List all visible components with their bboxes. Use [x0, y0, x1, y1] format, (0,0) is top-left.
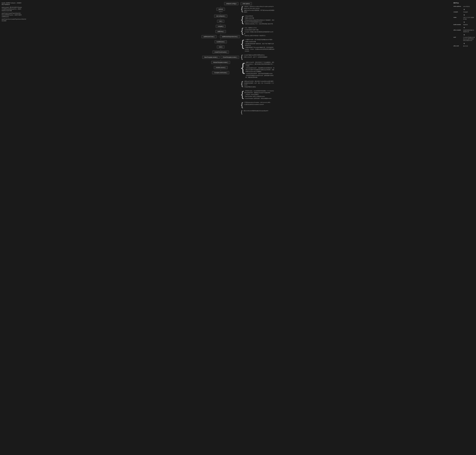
event-build-module: build-module 构建模块	[453, 24, 475, 25]
event-build-module-label: build-module	[453, 24, 463, 25]
desc-new-webpack-list: webpack初始化 构建compiler对象 WebpackOptionsAp…	[244, 15, 275, 25]
center-flowchart: webpack.config.js shell options ↓ optimi…	[24, 0, 452, 455]
event-entry-options-desc: option初始化	[463, 6, 470, 7]
add-module-deps-node: addModuleDependencies( )	[220, 35, 240, 38]
desc-nw-2: 构建compiler对象	[244, 17, 275, 19]
desc-module-template: { 不同的dependencyTemplates，如CommonJs,AMD..…	[241, 102, 275, 108]
desc-nw-3: WebpackOptionsApply首先会初始化几个基础插件，然后将optio…	[244, 19, 275, 23]
desc-build-module-list: 解析入口js文件，通过对应的工厂方法创建模块，保存到compilation上（通…	[245, 61, 275, 79]
desc-cc-2: MainTemplate: 处理入口模块的module	[244, 96, 275, 97]
event-compile-label: compile	[453, 11, 463, 13]
desc-run-list: run()：编译的入口方法 compiler具体分为两个对象 Compiler:…	[244, 27, 275, 37]
event-after-compile-label: after-compile	[453, 29, 463, 31]
arrow-after-templates: ↓	[220, 59, 221, 61]
desc-compile: { run触发compile，接下来就是开始构建options中模块 构建com…	[241, 39, 275, 52]
desc-build-module: { 解析入口js文件，通过对应的工厂方法创建模块，保存到compilation上…	[241, 61, 275, 79]
desc-run-1: run()：编译的入口方法	[244, 27, 275, 29]
arrow-entry-options: ▼	[453, 8, 475, 11]
shell-options-node: shell options	[241, 2, 252, 5]
desc-run: { run()：编译的入口方法 compiler具体分为两个对象 Compile…	[241, 27, 275, 37]
arrow-after-build-module: ↓	[220, 43, 221, 45]
desc-cc-1: 所有的module，chunk仍然保存的是通过一个个require()整合起来的…	[244, 90, 275, 95]
create-chunk-assets-node: createChunkAssets( )	[212, 51, 229, 54]
event-emit: emit Compiler开始输出生成的assets,插件有最后的机会修改ass…	[453, 37, 475, 41]
desc-compile-1: run触发compile，接下来就是开始构建options中模块	[245, 39, 275, 41]
compile-node: compile( )	[216, 25, 225, 28]
desc-seal-list: 调用seal方法封装，逐次对每个module和chunk进行整理，生成编译后的源…	[244, 81, 275, 88]
desc-create-chunk-list: 所有的module，chunk仍然保存的是通过一个个require()整合起来的…	[244, 90, 275, 100]
add-module-chain-node: addModuleChain( )	[201, 35, 217, 38]
compiler-emit-assets-node: Compiler.emitAssets( )	[212, 71, 229, 74]
add-entry-node: addEntry( )	[216, 30, 226, 33]
desc-cc-3: ChunkTemplate: 处理非首屏，而异步加载的module	[244, 98, 275, 99]
event-make: make 分析入口文件 创建模块对象	[453, 17, 475, 20]
main-template-node: MainTemplate.render( )	[202, 56, 220, 59]
event-emit-desc: Compiler开始输出生成的assets,插件有最后的机会修改assets	[463, 37, 475, 41]
desc-nw-1: webpack初始化	[244, 15, 275, 17]
desc-bm-1: 解析入口js文件，通过对应的工厂方法创建模块，保存到compilation上（通…	[245, 61, 275, 67]
arrow-after-optimist: ↓	[220, 13, 221, 14]
event-compile-desc: 开始编译	[463, 11, 468, 13]
desc-ae-1: compile中触发make事件并调用addEntry	[243, 54, 275, 56]
desc-seal-2: 开始处理最后生成的js	[244, 86, 275, 88]
arrow-compile: ▼	[453, 13, 475, 17]
desc-emit: { 通过emitAssets将最终的js输出到output的path中	[241, 110, 275, 114]
desc-add-entry-list: compile中触发make事件并调用addEntry 找到入口js文件，进行下…	[243, 54, 275, 58]
arrow-after-module-template: ↓	[220, 64, 221, 66]
desc-optimist-list: optimist：Optimist is a node.js library f…	[244, 6, 275, 13]
module-source-node: module.source( )	[214, 66, 228, 69]
desc-bm-3: module已经build完毕，此时开始处理依赖的module	[245, 73, 275, 74]
desc-add-entry: { compile中触发make事件并调用addEntry 找到入口js文件，进…	[241, 54, 275, 59]
desc-bm-2: 对module进行build了，包括调用loader处理源文件，使用acorn生…	[245, 67, 275, 72]
arrow-after-seal: ↓	[220, 49, 221, 50]
tapable-title: tapable: 贯穿整个webpack，实现插件绑定与调用的库	[2, 2, 22, 6]
left-sidebar: tapable: 贯穿整个webpack，实现插件绑定与调用的库 apply()…	[0, 0, 24, 455]
arrow-make: ▼	[453, 21, 475, 24]
event-after-emit-desc: 输出完成	[463, 45, 468, 47]
arrow-after-create-chunk: ↓	[220, 54, 221, 56]
templates-row: MainTemplate.render( ) ChunkTemplate.ren…	[202, 56, 239, 59]
tapable-item-1: apply(),plugin(): 通过各自插件中的apply方法调用tapab…	[2, 7, 22, 12]
desc-optimist: { optimist：Optimist is a node.js library…	[241, 6, 275, 13]
arrow-after-run: ↓	[220, 23, 221, 25]
event-build-module-desc: 构建模块	[463, 24, 468, 25]
arrow-after-compile: ▼	[453, 33, 475, 37]
event-after-compile-desc: 完成所有模块构建 结束编译过程	[463, 29, 475, 32]
desc-emit-list: 通过emitAssets将最终的js输出到output的path中	[243, 110, 275, 112]
webpack-config-node: webpack.config.js	[224, 2, 238, 5]
event-after-emit: after-emit 输出完成	[453, 45, 475, 47]
new-webpack-node: new webpack( )	[214, 15, 227, 17]
build-module-node: buildModule( )	[215, 40, 227, 43]
desc-emit-1: 通过emitAssets将最终的js输出到output的path中	[243, 110, 275, 112]
top-nodes-row: webpack.config.js shell options	[224, 2, 252, 5]
arrow-after-add-entry: ↓	[220, 33, 221, 35]
desc-run-2: compiler具体分为两个对象	[244, 29, 275, 31]
desc-create-chunk: { 所有的module，chunk仍然保存的是通过一个个require()整合起…	[241, 90, 275, 100]
desc-ae-2: 找到入口js文件，进行下一步的模块构建编译	[243, 56, 275, 58]
page-container: tapable: 贯穿整个webpack，实现插件绑定与调用的库 apply()…	[0, 0, 476, 455]
run-node: run( )	[217, 20, 224, 23]
arrow-after-new-webpack: ↓	[220, 18, 221, 19]
event-compile: compile 开始编译	[453, 11, 475, 13]
tapable-list: apply(),plugin(): 通过各自插件中的apply方法调用tapab…	[2, 7, 22, 22]
desc-nw-4: 初始化compiler的上下文，loader和file的输入输出环境	[244, 23, 275, 25]
event-nodes-title: 事件节点:	[453, 2, 475, 4]
event-after-emit-label: after-emit	[453, 45, 463, 47]
desc-run-4: Watching: 监听文件变化的一些处理方法	[244, 35, 275, 37]
event-make-desc: 分析入口文件 创建模块对象	[463, 17, 475, 20]
desc-compile-4: 对象内部保留了对compiler对象的引用，并且存放所有modules，chun…	[245, 47, 275, 52]
event-entry-options: entry-options option初始化	[453, 6, 475, 7]
desc-module-template-list: 不同的dependencyTemplates，如CommonJs,AMD... …	[244, 102, 275, 106]
arrow-to-optimist: ↓	[220, 6, 221, 8]
arrow-after-compile: ↓	[220, 28, 221, 30]
tapable-item-2: applyPlugins(),applyPluginsWaterfall(): …	[2, 12, 22, 17]
desc-seal: { 调用seal方法封装，逐次对每个module和chunk进行整理，生成编译后…	[241, 81, 275, 88]
desc-mt-1: 不同的dependencyTemplates，如CommonJs,AMD...	[244, 102, 275, 103]
arrow-after-module-chain: ↓	[220, 38, 221, 40]
optimist-node: optimist	[217, 8, 225, 11]
event-emit-label: emit	[453, 37, 463, 38]
desc-seal-1: 调用seal方法封装，逐次对每个module和chunk进行整理，生成编译后的源…	[244, 81, 275, 86]
tapable-item-3: applyPluginsAsync(),applyPluginsAsyncWat…	[2, 18, 22, 22]
event-make-label: make	[453, 17, 463, 18]
module-template-node: ModuleTemplate.render( )	[211, 61, 230, 64]
